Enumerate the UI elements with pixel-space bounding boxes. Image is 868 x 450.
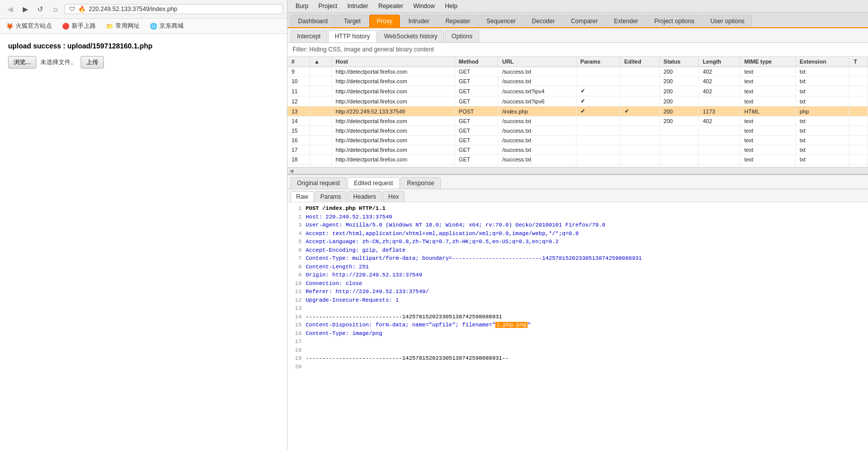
browse-button[interactable]: 浏览...: [8, 56, 36, 69]
tab-proxy[interactable]: Proxy: [369, 15, 400, 27]
col-t[interactable]: T: [849, 57, 868, 67]
menu-repeater[interactable]: Repeater: [374, 1, 407, 11]
table-row[interactable]: 14 http://detectportal.firefox.com GET /…: [287, 117, 868, 126]
subtab-http-history[interactable]: HTTP history: [328, 30, 377, 42]
cell-t: [849, 145, 868, 155]
tab-user-options[interactable]: User options: [703, 15, 752, 27]
subtab-headers[interactable]: Headers: [348, 191, 381, 202]
table-row[interactable]: 18 http://detectportal.firefox.com GET /…: [287, 155, 868, 164]
tab-intruder[interactable]: Intruder: [401, 15, 437, 27]
request-body[interactable]: 1POST /index.php HTTP/1.12Host: 220.249.…: [287, 202, 868, 450]
tab-original-request[interactable]: Original request: [291, 177, 346, 189]
col-arrow[interactable]: ▲: [310, 57, 331, 67]
col-extension[interactable]: Extension: [795, 57, 849, 67]
browser-panel: ◀ ▶ ↺ ⌂ 🛡 🔥 220.249.52.133:37549/index.p…: [0, 0, 287, 450]
tab-dashboard[interactable]: Dashboard: [291, 15, 335, 27]
col-status[interactable]: Status: [659, 57, 699, 67]
request-line-text: Accept-Language: zh-CN,zh;q=0.8,zh-TW;q=…: [306, 239, 559, 245]
filter-bar[interactable]: Filter: Hiding CSS, image and general bi…: [287, 43, 868, 57]
col-mime[interactable]: MIME type: [740, 57, 795, 67]
tab-comparer[interactable]: Comparer: [563, 15, 605, 27]
bookmark-jd[interactable]: 🌐 京东商城: [148, 21, 186, 31]
cell-method: GET: [454, 136, 498, 145]
address-bar[interactable]: 🛡 🔥 220.249.52.133:37549/index.php: [65, 4, 283, 14]
bookmark-firefox[interactable]: 🦊 火狐官方站点: [4, 21, 54, 31]
cell-edited: [620, 126, 659, 136]
cell-method: GET: [454, 117, 498, 126]
request-line: 20: [292, 363, 864, 371]
subtab-options[interactable]: Options: [445, 30, 479, 42]
tab-repeater[interactable]: Repeater: [438, 15, 478, 27]
tab-target[interactable]: Target: [336, 15, 368, 27]
col-length[interactable]: Length: [699, 57, 740, 67]
line-number: 19: [292, 354, 302, 363]
menu-help[interactable]: Help: [441, 1, 461, 11]
back-button[interactable]: ◀: [4, 3, 16, 15]
history-table[interactable]: # ▲ Host Method URL Params Edited Status…: [287, 57, 868, 167]
request-line-text: Accept-Encoding: gzip, deflate: [306, 247, 406, 253]
request-tabs: Original request Edited request Response: [287, 175, 868, 189]
home-button[interactable]: ⌂: [49, 3, 62, 15]
table-row[interactable]: 11 http://detectportal.firefox.com GET /…: [287, 86, 868, 96]
cell-arrow: [310, 136, 331, 145]
request-subtabs: Raw Params Headers Hex: [287, 189, 868, 202]
tab-edited-request[interactable]: Edited request: [348, 177, 399, 189]
cell-extension: txt: [795, 96, 849, 106]
subtab-params[interactable]: Params: [315, 191, 346, 202]
tab-sequencer[interactable]: Sequencer: [479, 15, 524, 27]
col-host[interactable]: Host: [331, 57, 454, 67]
line-number: 6: [292, 246, 302, 255]
upload-button[interactable]: 上传: [81, 56, 104, 69]
file-label: 未选择文件。: [40, 58, 77, 67]
request-line: 17: [292, 338, 864, 346]
col-num[interactable]: #: [287, 57, 310, 67]
forward-button[interactable]: ▶: [19, 3, 31, 15]
tab-decoder[interactable]: Decoder: [525, 15, 562, 27]
cell-num: 14: [287, 117, 310, 126]
cell-mime: text: [740, 126, 795, 136]
tab-extender[interactable]: Extender: [606, 15, 646, 27]
table-row[interactable]: 15 http://detectportal.firefox.com GET /…: [287, 126, 868, 136]
cell-mime: text: [740, 155, 795, 164]
menu-bar: Burp Project Intruder Repeater Window He…: [287, 0, 868, 13]
table-row[interactable]: 10 http://detectportal.firefox.com GET /…: [287, 77, 868, 86]
cell-host: http://detectportal.firefox.com: [331, 145, 454, 155]
line-number: 7: [292, 254, 302, 263]
table-row[interactable]: 16 http://detectportal.firefox.com GET /…: [287, 136, 868, 145]
cell-t: [849, 106, 868, 117]
tab-project-options[interactable]: Project options: [647, 15, 702, 27]
menu-project[interactable]: Project: [314, 1, 341, 11]
cell-method: GET: [454, 155, 498, 164]
subtab-intercept[interactable]: Intercept: [291, 30, 327, 42]
cell-edited: [620, 86, 659, 96]
table-row[interactable]: 9 http://detectportal.firefox.com GET /s…: [287, 67, 868, 77]
bookmark-newbie[interactable]: 🔴 新手上路: [60, 21, 98, 31]
cell-edited: [620, 145, 659, 155]
col-url[interactable]: URL: [498, 57, 576, 67]
cell-status: 200: [659, 86, 699, 96]
request-line-text: Referer: http://220.249.52.133:37549/: [306, 289, 429, 295]
subtab-hex[interactable]: Hex: [383, 191, 404, 202]
cell-params: [576, 126, 620, 136]
bookmark-icon: 🌐: [150, 23, 157, 30]
subtab-raw[interactable]: Raw: [291, 191, 314, 202]
reload-button[interactable]: ↺: [34, 3, 46, 15]
table-row[interactable]: 12 http://detectportal.firefox.com GET /…: [287, 96, 868, 106]
bookmark-common[interactable]: 📁 常用网址: [104, 21, 142, 31]
table-row[interactable]: 13 http://220.249.52.133:37549 POST /ind…: [287, 106, 868, 117]
menu-burp[interactable]: Burp: [292, 1, 312, 11]
main-tab-bar: Dashboard Target Proxy Intruder Repeater…: [287, 13, 868, 28]
cell-url: /success.txt: [498, 77, 576, 86]
request-line-text: Content-Type: multipart/form-data; bound…: [306, 255, 642, 261]
cell-params: [576, 155, 620, 164]
cell-arrow: [310, 77, 331, 86]
table-row[interactable]: 17 http://detectportal.firefox.com GET /…: [287, 145, 868, 155]
subtab-websockets-history[interactable]: WebSockets history: [378, 30, 444, 42]
menu-window[interactable]: Window: [409, 1, 439, 11]
col-method[interactable]: Method: [454, 57, 498, 67]
col-edited[interactable]: Edited: [620, 57, 659, 67]
tab-response[interactable]: Response: [400, 177, 441, 189]
col-params[interactable]: Params: [576, 57, 620, 67]
menu-intruder[interactable]: Intruder: [343, 1, 372, 11]
horizontal-scrollbar[interactable]: ◀: [287, 167, 868, 174]
